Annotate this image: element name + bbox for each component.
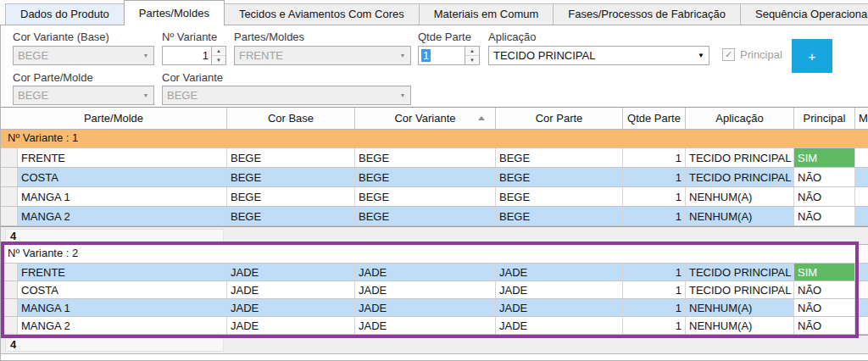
group-header[interactable]: Nº Variante : 2 <box>1 245 868 264</box>
column-header-aplicacao[interactable]: Aplicação <box>686 108 794 129</box>
cell-cor_variante: BEGE <box>355 187 496 206</box>
column-header-label: Cor Parte <box>536 112 583 125</box>
chevron-down-icon: ▼ <box>395 92 410 98</box>
sort-ascending-icon <box>478 116 485 120</box>
cell-qtde: 1 <box>623 168 686 186</box>
cell-cor_parte: JADE <box>496 281 623 298</box>
cell-qtde: 1 <box>623 317 686 334</box>
table-row[interactable]: MANGA 2JADEJADEJADE1NENHUM(A)NÃO <box>1 317 868 335</box>
cell-cor_parte: BEGE <box>496 168 623 186</box>
aplicacao-label: Aplicação <box>488 31 536 43</box>
cell-qtde: 1 <box>623 299 686 316</box>
grid-body: Nº Variante : 1FRENTEBEGEBEGEBEGE1TECIDO… <box>1 130 868 354</box>
table-row[interactable]: MANGA 1JADEJADEJADE1NENHUM(A)NÃO <box>1 299 868 317</box>
row-indent <box>1 281 18 298</box>
checkbox-checked-icon: ✓ <box>722 48 735 61</box>
cor-variante-label: Cor Variante <box>162 71 223 84</box>
column-header-qtde[interactable]: Qtde Parte <box>623 108 686 129</box>
chevron-down-icon: ▼ <box>138 53 153 58</box>
cell-cor_variante: JADE <box>355 281 496 298</box>
cell-cor_parte: BEGE <box>496 148 623 167</box>
cell-principal: NÃO <box>794 299 855 316</box>
grid-header-row: Parte/MoldeCor BaseCor VarianteCor Parte… <box>1 108 868 130</box>
cor-variante-base-select[interactable]: BEGE ▼ <box>13 46 154 65</box>
cell-principal: NÃO <box>794 187 855 206</box>
spin-up-icon[interactable]: ▲ <box>212 47 225 56</box>
cell-cor_base: JADE <box>227 281 355 298</box>
qtde-parte-stepper[interactable]: 1 ▲▼ <box>418 46 480 65</box>
column-header-cor_variante[interactable]: Cor Variante <box>355 108 496 129</box>
cell-cor_base: BEGE <box>227 148 355 167</box>
cell-qtde: 1 <box>623 281 686 298</box>
cell-aplicacao: NENHUM(A) <box>686 207 794 225</box>
cell-parte: MANGA 1 <box>18 299 227 316</box>
table-row[interactable]: MANGA 1BEGEBEGEBEGE1NENHUM(A)NÃO <box>1 187 868 207</box>
partes-moldes-value: FRENTE <box>235 49 395 62</box>
tab-fases-processos[interactable]: Fases/Processos de Fabricação <box>553 3 741 25</box>
spin-down-icon[interactable]: ▼ <box>465 56 479 64</box>
aplicacao-select[interactable]: TECIDO PRINCIPAL ▼ <box>488 46 709 65</box>
cell-parte: COSTA <box>18 168 227 186</box>
spinner-buttons[interactable]: ▲▼ <box>211 47 225 64</box>
tab-tecidos-e-aviamentos[interactable]: Tecidos e Aviamentos Com Cores <box>224 3 420 25</box>
cell-principal: NÃO <box>794 207 855 225</box>
column-header-m[interactable]: M <box>855 108 868 129</box>
column-header-label: Parte/Molde <box>84 112 143 125</box>
aplicacao-value: TECIDO PRINCIPAL <box>489 49 693 62</box>
column-header-parte[interactable]: Parte/Molde <box>1 108 227 129</box>
cell-m <box>855 187 868 206</box>
table-row[interactable]: COSTAJADEJADEJADE1TECIDO PRINCIPALNÃO <box>1 281 868 299</box>
cell-cor_variante: JADE <box>355 299 496 316</box>
cor-variante-base-value: BEGE <box>14 49 138 62</box>
group-count: 4 <box>5 337 224 352</box>
qtde-parte-label: Qtde Parte <box>418 31 471 43</box>
cell-cor_variante: JADE <box>355 317 496 334</box>
principal-checkbox[interactable]: ✓ Principal <box>722 48 782 61</box>
row-indent <box>1 317 18 334</box>
cell-aplicacao: TECIDO PRINCIPAL <box>686 168 794 186</box>
tab-sequencia-operacional[interactable]: Sequência Operacional Fas <box>740 3 868 25</box>
group-header[interactable]: Nº Variante : 1 <box>1 130 868 148</box>
column-header-cor_base[interactable]: Cor Base <box>227 108 355 129</box>
cell-cor_parte: BEGE <box>496 187 623 206</box>
column-header-label: Aplicação <box>715 112 763 125</box>
tab-dados-do-produto[interactable]: Dados do Produto <box>5 3 125 25</box>
cell-cor_parte: JADE <box>496 317 623 334</box>
table-row[interactable]: COSTABEGEBEGEBEGE1TECIDO PRINCIPALNÃO <box>1 168 868 187</box>
tab-materiais-em-comum[interactable]: Materiais em Comum <box>419 3 554 25</box>
cell-cor_base: JADE <box>227 264 355 280</box>
cell-principal: NÃO <box>794 281 855 298</box>
cell-parte: MANGA 2 <box>18 317 227 334</box>
spin-down-icon[interactable]: ▼ <box>212 56 225 64</box>
cell-m <box>855 207 868 225</box>
tab-bar: Dados do Produto Partes/Moldes Tecidos e… <box>0 0 868 25</box>
n-variante-stepper[interactable]: 1 ▲▼ <box>162 46 226 65</box>
cell-m <box>855 299 868 316</box>
spinner-buttons[interactable]: ▲▼ <box>465 47 479 64</box>
tab-partes-moldes[interactable]: Partes/Moldes <box>124 0 225 25</box>
cell-aplicacao: NENHUM(A) <box>686 317 794 334</box>
column-header-principal[interactable]: Principal <box>794 108 855 129</box>
spin-up-icon[interactable]: ▲ <box>465 47 479 56</box>
table-row[interactable]: MANGA 2BEGEBEGEBEGE1NENHUM(A)NÃO <box>1 207 868 226</box>
table-row[interactable]: FRENTEBEGEBEGEBEGE1TECIDO PRINCIPALSIM <box>1 148 868 168</box>
cell-cor_parte: JADE <box>496 299 623 316</box>
column-header-cor_parte[interactable]: Cor Parte <box>496 108 623 129</box>
table-row[interactable]: FRENTEJADEJADEJADE1TECIDO PRINCIPALSIM <box>1 264 868 281</box>
cell-m <box>855 264 868 280</box>
cor-parte-molde-select[interactable]: BEGE ▼ <box>13 86 154 105</box>
principal-checkbox-label: Principal <box>740 48 782 61</box>
cell-m <box>855 168 868 186</box>
cell-parte: FRENTE <box>18 148 227 167</box>
add-button[interactable]: + <box>792 39 832 73</box>
cell-m <box>855 317 868 334</box>
partes-moldes-select[interactable]: FRENTE ▼ <box>234 46 411 65</box>
cor-parte-molde-value: BEGE <box>14 89 138 102</box>
column-header-label: M <box>859 112 868 125</box>
cell-principal: NÃO <box>794 168 855 186</box>
row-indent <box>1 187 18 206</box>
row-indent <box>1 264 18 280</box>
cell-cor_variante: BEGE <box>355 207 496 225</box>
n-variante-value: 1 <box>163 49 211 62</box>
cor-variante-select[interactable]: BEGE ▼ <box>162 86 411 105</box>
